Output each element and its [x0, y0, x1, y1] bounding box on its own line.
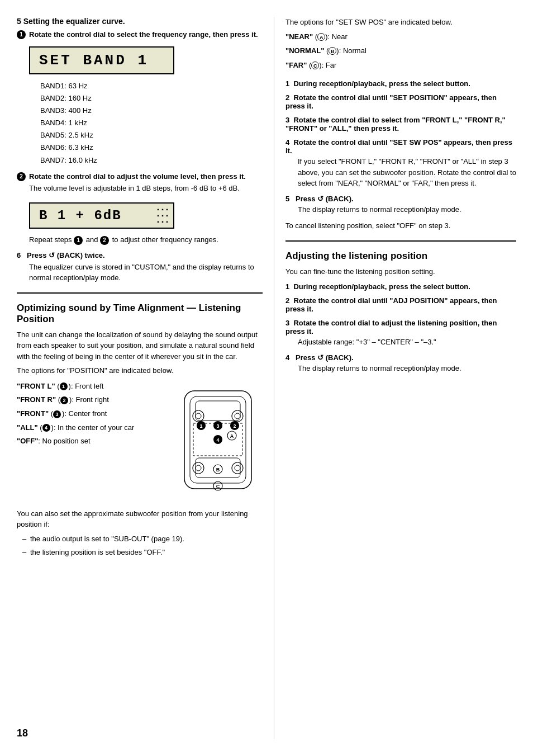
car-diagram: 1 3 2 A 4 B	[173, 385, 263, 497]
left-column: 5 Setting the equalizer curve. 1 Rotate …	[17, 17, 274, 739]
right-step2-heading: 2 Rotate the control dial until "SET POS…	[285, 93, 516, 110]
right-step4-text: If you select "FRONT L," "FRONT R," "FRO…	[298, 156, 516, 189]
band3: BAND3: 400 Hz	[40, 105, 263, 117]
sw-normal: "NORMAL" (B): Normal	[285, 45, 516, 56]
cancel-text: To cancel listening position, select "OF…	[285, 220, 516, 231]
substep1-label: 1 Rotate the control dial to select the …	[17, 30, 263, 39]
adj-step4-text: The display returns to normal reception/…	[298, 363, 516, 374]
circle-pos-2: 2	[60, 396, 68, 404]
right-steps: 1 During reception/playback, press the s…	[285, 79, 516, 231]
circle-b: B	[329, 47, 336, 55]
adj-step2-heading: 2 Rotate the control dial until "ADJ POS…	[285, 296, 516, 313]
right-step5-text: The display returns to normal reception/…	[298, 204, 516, 215]
adj-step-4: 4 Press ↺ (BACK). The display returns to…	[285, 353, 516, 374]
circle-pos-1: 1	[60, 382, 68, 390]
back-arrow-icon-r: ↺	[317, 195, 326, 203]
optimizing-section: Optimizing sound by Time Alignment — Lis…	[17, 303, 263, 559]
substep2-label: 2 Rotate the control dial to adjust the …	[17, 172, 263, 181]
sw-pos-section: The options for "SET SW POS" are indicat…	[285, 17, 516, 70]
page-number: 18	[17, 727, 28, 739]
optimizing-heading: Optimizing sound by Time Alignment — Lis…	[17, 303, 263, 325]
right-step-5: 5 Press ↺ (BACK). The display returns to…	[285, 195, 516, 215]
optimizing-intro: The unit can change the localization of …	[17, 329, 263, 362]
right-step-3: 3 Rotate the control dial to select from…	[285, 116, 516, 133]
band4: BAND4: 1 kHz	[40, 117, 263, 129]
circle-1: 1	[17, 30, 26, 39]
dash-list: the audio output is set to "SUB-OUT" (pa…	[22, 533, 263, 559]
band2: BAND2: 160 Hz	[40, 92, 263, 105]
substep1: 1 Rotate the control dial to select the …	[17, 30, 263, 167]
band1: BAND1: 63 Hz	[40, 80, 263, 92]
circle-2: 2	[17, 172, 26, 181]
svg-point-9	[196, 465, 201, 471]
position-area: 1 3 2 A 4 B	[17, 380, 263, 503]
back-arrow-icon: ↺	[49, 251, 57, 259]
right-column: The options for "SET SW POS" are indicat…	[274, 17, 516, 739]
dash-item-2: the listening position is set besides "O…	[22, 547, 263, 559]
section-divider	[17, 292, 263, 294]
lcd-display-2: B 1 + 6dB ▪▪▪▪▪▪▪▪▪	[29, 202, 174, 229]
svg-text:3: 3	[216, 423, 219, 429]
options-intro: The options for "POSITION" are indicated…	[17, 365, 263, 376]
adj-heading: Adjusting the listening position	[285, 251, 516, 262]
circle-pos-3: 3	[53, 410, 61, 418]
step6-heading: 6 Press ↺ (BACK) twice.	[17, 251, 263, 259]
svg-point-5	[196, 413, 201, 419]
svg-point-10	[232, 462, 243, 474]
adj-step4-heading: 4 Press ↺ (BACK).	[285, 353, 516, 362]
right-step-1: 1 During reception/playback, press the s…	[285, 79, 516, 88]
right-step-2: 2 Rotate the control dial until "SET POS…	[285, 93, 516, 110]
band-list: BAND1: 63 Hz BAND2: 160 Hz BAND3: 400 Hz…	[40, 80, 263, 167]
adj-step-2: 2 Rotate the control dial until "ADJ POS…	[285, 296, 516, 313]
svg-text:1: 1	[199, 423, 202, 429]
adj-step1-heading: 1 During reception/playback, press the s…	[285, 282, 516, 291]
band6: BAND6: 6.3 kHz	[40, 141, 263, 154]
circle-pos-4: 4	[42, 424, 50, 432]
svg-point-4	[193, 410, 204, 422]
band5: BAND5: 2.5 kHz	[40, 129, 263, 141]
svg-point-11	[235, 465, 240, 471]
subwoofer-note: You can also set the approximate subwoof…	[17, 508, 263, 559]
right-step-4: 4 Rotate the control dial until "SET SW …	[285, 138, 516, 189]
adj-divider	[285, 240, 516, 242]
circle-2b: 2	[100, 236, 109, 245]
svg-text:4: 4	[216, 437, 219, 443]
adj-section: Adjusting the listening position You can…	[285, 251, 516, 374]
sw-near: "NEAR" (A): Near	[285, 31, 516, 42]
lcd-display-1: SET BAND 1	[29, 46, 174, 74]
step6-block: 6 Press ↺ (BACK) twice. The equalizer cu…	[17, 251, 263, 284]
svg-rect-2	[196, 401, 240, 420]
circle-1b: 1	[74, 236, 83, 245]
adj-step-1: 1 During reception/playback, press the s…	[285, 282, 516, 291]
svg-point-7	[235, 413, 240, 419]
repeat-text: Repeat steps 1 and 2 to adjust other fre…	[29, 234, 263, 245]
sw-far: "FAR" (C): Far	[285, 60, 516, 71]
right-step3-heading: 3 Rotate the control dial to select from…	[285, 116, 516, 133]
svg-point-8	[193, 462, 204, 474]
svg-text:B: B	[216, 467, 220, 472]
substep2: 2 Rotate the control dial to adjust the …	[17, 172, 263, 245]
sw-pos-intro: The options for "SET SW POS" are indicat…	[285, 17, 516, 28]
adj-intro: You can fine-tune the listening position…	[285, 266, 516, 277]
back-arrow-icon-adj: ↺	[317, 353, 326, 362]
adj-step3-heading: 3 Rotate the control dial to adjust the …	[285, 319, 516, 336]
band7: BAND7: 16.0 kHz	[40, 154, 263, 167]
dash-item-1: the audio output is set to "SUB-OUT" (pa…	[22, 533, 263, 545]
step5-block: 5 Setting the equalizer curve. 1 Rotate …	[17, 17, 263, 245]
svg-text:2: 2	[233, 423, 236, 429]
right-step1-heading: 1 During reception/playback, press the s…	[285, 79, 516, 88]
adj-step-3: 3 Rotate the control dial to adjust the …	[285, 319, 516, 348]
svg-text:A: A	[230, 433, 234, 439]
right-step4-heading: 4 Rotate the control dial until "SET SW …	[285, 138, 516, 155]
right-step5-heading: 5 Press ↺ (BACK).	[285, 195, 516, 203]
step5-heading: 5 Setting the equalizer curve.	[17, 17, 263, 26]
svg-point-6	[232, 410, 243, 422]
adj-step3-text: Adjustable range: "+3" – "CENTER" – "–3.…	[298, 337, 516, 348]
svg-text:C: C	[216, 484, 220, 489]
circle-a: A	[317, 33, 325, 41]
lcd-icon: ▪▪▪▪▪▪▪▪▪	[156, 207, 170, 225]
substep2-text: The volume level is adjustable in 1 dB s…	[29, 183, 263, 194]
circle-c: C	[311, 62, 319, 69]
step6-text: The equalizer curve is stored in "CUSTOM…	[29, 262, 263, 284]
